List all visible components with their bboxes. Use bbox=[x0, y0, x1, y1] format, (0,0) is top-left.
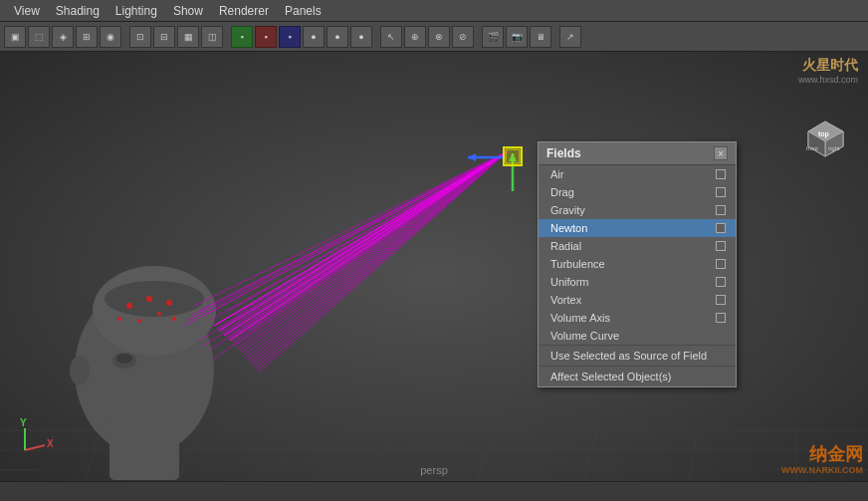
watermark-brand: 火星时代 www.hxsd.com bbox=[798, 57, 858, 85]
toolbar-btn-11[interactable]: ▪ bbox=[255, 26, 277, 48]
field-item-turbulence[interactable]: Turbulence bbox=[539, 255, 736, 273]
field-checkbox-newton[interactable] bbox=[716, 223, 726, 233]
toolbar-btn-13[interactable]: ● bbox=[303, 26, 325, 48]
toolbar-btn-5[interactable]: ◉ bbox=[100, 26, 121, 48]
fields-list: Air Drag Gravity Newton Radial bbox=[539, 165, 736, 345]
field-item-uniform[interactable]: Uniform bbox=[539, 273, 736, 291]
field-checkbox-air[interactable] bbox=[716, 169, 726, 179]
field-item-drag[interactable]: Drag bbox=[539, 183, 736, 201]
field-checkbox-drag[interactable] bbox=[716, 187, 726, 197]
toolbar-btn-16[interactable]: ↖ bbox=[380, 26, 402, 48]
field-checkbox-gravity[interactable] bbox=[716, 205, 726, 215]
viewport[interactable]: X Y Fields × Air Drag Gravity bbox=[0, 52, 868, 501]
toolbar-btn-21[interactable]: 📷 bbox=[506, 26, 528, 48]
toolbar-btn-8[interactable]: ▦ bbox=[177, 26, 199, 48]
fields-titlebar: Fields × bbox=[539, 142, 736, 165]
toolbar-btn-18[interactable]: ⊗ bbox=[428, 26, 450, 48]
toolbar-btn-9[interactable]: ◫ bbox=[201, 26, 223, 48]
nav-cube[interactable]: top front right bbox=[798, 107, 853, 161]
svg-text:right: right bbox=[828, 145, 840, 151]
toolbar-btn-22[interactable]: 🖥 bbox=[530, 26, 551, 48]
field-label-vortex: Vortex bbox=[550, 294, 581, 306]
field-checkbox-uniform[interactable] bbox=[716, 277, 726, 287]
field-action-affect-selected[interactable]: Affect Selected Object(s) bbox=[539, 366, 736, 386]
toolbar-btn-14[interactable]: ● bbox=[326, 26, 348, 48]
field-item-volume-curve[interactable]: Volume Curve bbox=[539, 327, 736, 345]
toolbar-btn-19[interactable]: ⊘ bbox=[452, 26, 474, 48]
toolbar-btn-6[interactable]: ⊡ bbox=[129, 26, 151, 48]
toolbar-btn-10[interactable]: ▪ bbox=[231, 26, 253, 48]
field-checkbox-vortex[interactable] bbox=[716, 295, 726, 305]
field-label-newton: Newton bbox=[550, 222, 587, 234]
toolbar-btn-15[interactable]: ● bbox=[350, 26, 372, 48]
watermark-br-line2: WWW.NARKII.COM bbox=[781, 465, 863, 476]
field-label-air: Air bbox=[550, 168, 563, 180]
field-checkbox-volume-axis[interactable] bbox=[716, 313, 726, 323]
scene-background bbox=[0, 52, 868, 501]
toolbar-btn-1[interactable]: ▣ bbox=[4, 26, 26, 48]
status-bar bbox=[0, 481, 868, 501]
menu-shading[interactable]: Shading bbox=[48, 2, 108, 20]
toolbar-btn-2[interactable]: ⬚ bbox=[28, 26, 50, 48]
toolbar-btn-17[interactable]: ⊕ bbox=[404, 26, 426, 48]
field-label-volume-axis: Volume Axis bbox=[550, 312, 610, 324]
toolbar-btn-20[interactable]: 🎬 bbox=[482, 26, 504, 48]
fields-panel-title: Fields bbox=[546, 146, 581, 160]
field-item-radial[interactable]: Radial bbox=[539, 237, 736, 255]
viewport-persp-label: persp bbox=[420, 464, 448, 476]
fields-close-button[interactable]: × bbox=[714, 146, 728, 160]
menu-lighting[interactable]: Lighting bbox=[108, 2, 165, 20]
field-checkbox-turbulence[interactable] bbox=[716, 259, 726, 269]
svg-text:top: top bbox=[818, 130, 829, 138]
watermark-bottom-right: 纳金网 WWW.NARKII.COM bbox=[781, 444, 863, 476]
svg-text:front: front bbox=[806, 145, 818, 151]
menu-bar: View Shading Lighting Show Renderer Pane… bbox=[0, 0, 868, 22]
field-action-use-selected[interactable]: Use Selected as Source of Field bbox=[539, 345, 736, 366]
field-checkbox-radial[interactable] bbox=[716, 241, 726, 251]
toolbar: ▣ ⬚ ◈ ⊞ ◉ ⊡ ⊟ ▦ ◫ ▪ ▪ ▪ ● ● ● ↖ ⊕ ⊗ ⊘ 🎬 … bbox=[0, 22, 868, 52]
toolbar-btn-23[interactable]: ↗ bbox=[559, 26, 581, 48]
field-item-volume-axis[interactable]: Volume Axis bbox=[539, 309, 736, 327]
field-label-volume-curve: Volume Curve bbox=[550, 330, 619, 342]
toolbar-btn-4[interactable]: ⊞ bbox=[76, 26, 98, 48]
field-label-turbulence: Turbulence bbox=[550, 258, 605, 270]
watermark-br-line1: 纳金网 bbox=[781, 444, 863, 466]
field-item-gravity[interactable]: Gravity bbox=[539, 201, 736, 219]
menu-renderer[interactable]: Renderer bbox=[211, 2, 277, 20]
field-label-drag: Drag bbox=[550, 186, 574, 198]
field-item-newton[interactable]: Newton bbox=[539, 219, 736, 237]
toolbar-btn-12[interactable]: ▪ bbox=[279, 26, 301, 48]
field-label-uniform: Uniform bbox=[550, 276, 589, 288]
fields-panel: Fields × Air Drag Gravity Newton bbox=[538, 141, 737, 387]
toolbar-btn-3[interactable]: ◈ bbox=[52, 26, 74, 48]
field-item-vortex[interactable]: Vortex bbox=[539, 291, 736, 309]
watermark-line1: 火星时代 bbox=[798, 57, 858, 75]
field-item-air[interactable]: Air bbox=[539, 165, 736, 183]
menu-show[interactable]: Show bbox=[165, 2, 211, 20]
menu-view[interactable]: View bbox=[6, 2, 48, 20]
toolbar-btn-7[interactable]: ⊟ bbox=[153, 26, 175, 48]
menu-panels[interactable]: Panels bbox=[277, 2, 329, 20]
field-label-radial: Radial bbox=[550, 240, 581, 252]
field-label-gravity: Gravity bbox=[550, 204, 585, 216]
watermark-line2: www.hxsd.com bbox=[798, 75, 858, 85]
